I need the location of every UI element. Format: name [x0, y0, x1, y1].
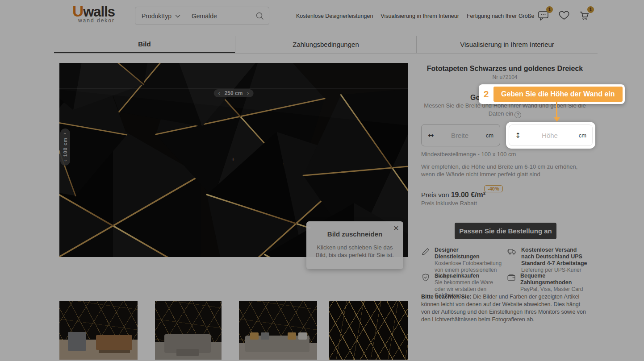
tutorial-step-text: Geben Sie die Höhe der Wand ein: [493, 87, 623, 102]
tutorial-step-number: 2: [479, 89, 493, 100]
height-unit: cm: [579, 132, 586, 139]
vertical-arrow-icon: ↕: [515, 131, 521, 140]
dim-overlay: [0, 0, 644, 361]
tutorial-arrow-icon: [556, 102, 557, 117]
height-field-spotlight: ↕ cm: [506, 122, 595, 149]
tutorial-step-callout: 2 Geben Sie die Höhe der Wand ein: [479, 84, 625, 104]
height-field[interactable]: ↕ cm: [509, 124, 593, 146]
page: Uwalls wand dekor Produkttyp Kostenlose …: [0, 0, 644, 361]
height-input[interactable]: [521, 132, 578, 139]
